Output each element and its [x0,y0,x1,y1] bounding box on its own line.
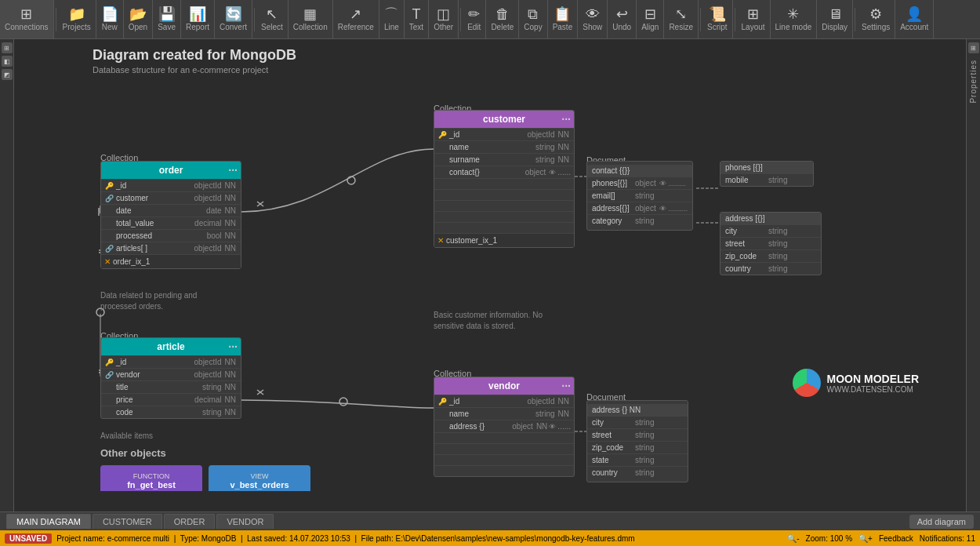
order-field-id: 🔑 _id objectId NN [101,179,241,191]
toolbar-layout[interactable]: ⊞ Layout [737,0,771,38]
toolbar-other[interactable]: ◫ Other [429,0,459,38]
vendor-doc-box: address {} NN city string street string … [586,400,688,482]
toolbar-script[interactable]: 📜 Script [702,0,733,38]
phones-doc: phones [{}] mobile string [720,161,814,187]
other-objects: Other objects FUNCTION fn_get_best VIEW … [100,447,310,491]
other-objects-buttons: FUNCTION fn_get_best VIEW v_best_orders [100,465,310,491]
contact-category-row: category string [587,214,692,227]
vendor-country-row: country string [587,466,688,479]
copy-icon: ⧉ [528,7,538,21]
sidebar-btn-2[interactable]: ◧ [2,56,13,67]
toolbar-select[interactable]: ↖ Select [256,0,289,38]
address-country-row: country string [720,262,821,275]
toolbar-settings[interactable]: ⚙ Settings [857,0,895,38]
other-objects-title: Other objects [100,447,310,459]
view-btn[interactable]: VIEW v_best_orders [209,465,310,491]
toolbar-convert[interactable]: 🔄 Convert [215,0,252,38]
address-city-row: city string [720,224,821,237]
order-menu-dots[interactable]: ··· [228,164,238,177]
diagram-subtitle: Database structure for an e-commerce pro… [93,65,296,75]
tab-vendor[interactable]: VENDOR [216,514,274,529]
logo-area: MOON MODELER WWW.DATENSEN.COM [793,369,919,397]
order-field-customer: 🔗 customer objectId NN [101,191,241,204]
toolbar-undo[interactable]: ↩ Undo [608,0,637,38]
phones-doc-title: phones [{}] [720,162,813,173]
zoom-out-icon[interactable]: 🔍- [787,534,799,543]
canvas: Diagram created for MongoDB Database str… [14,39,966,491]
sidebar-btn-1[interactable]: ⊞ [2,42,13,53]
add-diagram-button[interactable]: Add diagram [909,515,974,529]
toolbar-linemode[interactable]: ✳ Line mode [771,0,818,38]
sidebar-btn-3[interactable]: ◩ [2,69,13,80]
customer-empty-3 [434,200,574,211]
article-menu-dots[interactable]: ··· [228,340,238,353]
customer-header[interactable]: customer ··· [434,111,574,128]
settings-icon: ⚙ [869,7,882,21]
display-icon: 🖥 [828,7,842,21]
order-field-date: date date NN [101,204,241,217]
zoom-in-icon[interactable]: 🔍+ [858,534,873,543]
toolbar-paste[interactable]: 📋 Paste [548,0,579,38]
function-btn[interactable]: FUNCTION fn_get_best [100,465,202,491]
feedback-label[interactable]: Feedback [879,534,913,543]
address-zipcode-row: zip_code string [720,249,821,262]
article-header[interactable]: article ··· [101,338,241,355]
tab-main-diagram[interactable]: MAIN DIAGRAM [6,514,91,529]
toolbar-projects[interactable]: 📁 Projects [58,0,96,38]
address-street-row: street string [720,237,821,249]
toolbar-resize[interactable]: ⤡ Resize [664,0,699,38]
layout-icon: ⊞ [747,7,759,21]
toolbar-reference[interactable]: ↗ Reference [333,0,379,38]
toolbar-line[interactable]: ⌒ Line [379,0,405,38]
tab-order[interactable]: ORDER [164,514,216,529]
other-icon: ◫ [437,7,450,21]
notifications-label[interactable]: Notifications: 11 [920,534,975,543]
edit-icon: ✏ [468,7,480,21]
toolbar-collection[interactable]: ▦ Collection [289,0,333,38]
toolbar-new[interactable]: 📄 New [96,0,124,38]
vendor-empty-3 [434,454,574,465]
right-sidebar: ⊞ Properties [966,39,980,530]
toolbar-edit[interactable]: ✏ Edit [463,0,486,38]
vendor-header[interactable]: vendor ··· [434,377,574,395]
tab-bar: MAIN DIAGRAM CUSTOMER ORDER VENDOR Add d… [0,511,980,530]
customer-menu-dots[interactable]: ··· [561,113,571,126]
toolbar: ⊞ Connections 📁 Projects 📄 New 📂 Open 💾 … [0,0,980,39]
toolbar-show[interactable]: 👁 Show [578,0,608,38]
toolbar-display[interactable]: 🖥 Display [817,0,853,38]
right-sidebar-btn[interactable]: ⊞ [968,42,979,53]
tab-customer[interactable]: CUSTOMER [93,514,162,529]
toolbar-save[interactable]: 💾 Save [153,0,181,38]
key-icon-article: 🔑 [104,358,114,367]
toolbar-text[interactable]: T Text [405,0,429,38]
connections-icon: ⊞ [20,7,32,21]
article-field-title: title string NN [101,380,241,393]
vendor-empty-2 [434,443,574,454]
logo-text: MOON MODELER WWW.DATENSEN.COM [827,373,919,394]
vendor-city-row: city string [587,416,688,428]
svg-point-16 [339,398,347,406]
toolbar-copy[interactable]: ⧉ Copy [519,0,547,38]
vendor-collection[interactable]: vendor ··· 🔑 _id objectId NN name string… [434,377,575,477]
show-icon: 👁 [586,7,600,21]
ref-icon: 🔗 [104,194,114,203]
toolbar-delete[interactable]: 🗑 Delete [486,0,519,38]
toolbar-connections[interactable]: ⊞ Connections [0,0,54,38]
toolbar-open[interactable]: 📂 Open [124,0,153,38]
toolbar-align[interactable]: ⊟ Align [637,0,664,38]
article-collection[interactable]: article ··· 🔑 _id objectId NN 🔗 vendor o… [100,337,241,419]
address-doc-customer-title: address [{}] [720,213,821,224]
order-header[interactable]: order ··· [101,162,241,179]
vendor-doc: address {} NN city string street string … [586,400,688,482]
vendor-menu-dots[interactable]: ··· [561,380,571,392]
contact-email-row: email[] string [587,189,692,202]
order-collection[interactable]: order ··· 🔑 _id objectId NN 🔗 customer o… [100,161,241,269]
resize-icon: ⤡ [675,7,687,21]
toolbar-report[interactable]: 📊 Report [181,0,215,38]
customer-collection[interactable]: customer ··· 🔑 _id objectId NN name stri… [434,110,575,248]
vendor-field-address: address {} object NN 👁 ...... [434,420,574,432]
toolbar-account[interactable]: 👤 Account [895,0,934,38]
customer-doc: contact {{}} phones[{}] object 👁 .......… [586,161,693,231]
project-info: Project name: e-commerce multi | Type: M… [56,534,634,543]
ref-icon-vendor: 🔗 [104,370,114,380]
